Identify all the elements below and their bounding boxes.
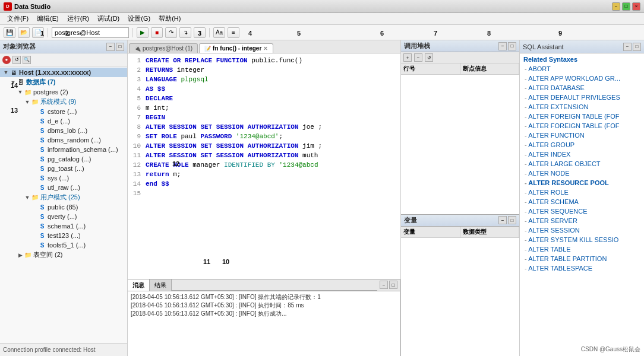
tree-qverty[interactable]: S qverty (...) [0,212,127,221]
sql-item-alter-node[interactable]: ALTER NODE [520,169,644,178]
extra-panel-min[interactable]: − [498,42,507,50]
toolbar-into-btn[interactable]: ↴ [179,27,191,38]
sql-item-alter-role[interactable]: ALTER ROLE [520,187,644,197]
toolbar-extra-1[interactable]: Aa [213,27,225,38]
tree-schema1[interactable]: S schema1 (...) [0,221,127,231]
tree-test123[interactable]: S test123 (...) [0,231,127,240]
toolbar-run-btn[interactable]: ▶ [137,27,149,38]
tree-info-schema[interactable]: S information_schema (...) [0,145,127,154]
menu-run[interactable]: 运行(R) [64,14,93,24]
tree-public[interactable]: S public (85) [0,202,127,212]
pg-toast-label: pg_toast (...) [48,165,84,172]
sys-schema-toggle[interactable]: ▼ [24,98,31,106]
tree-toolst5[interactable]: S toolst5_1 (...) [0,240,127,250]
tree-pg-catalog[interactable]: S pg_catalog (...) [0,154,127,164]
tree-search-btn[interactable]: 🔍 [23,56,31,64]
maximize-button[interactable]: □ [622,2,630,11]
sql-item-alter-schema[interactable]: ALTER SCHEMA [520,197,644,206]
sql-item-alter-table-partition[interactable]: ALTER TABLE PARTITION [520,254,644,263]
tree-sys[interactable]: S sys (...) [0,173,127,183]
de-toggle [31,117,38,125]
sql-panel-min[interactable]: − [623,43,632,51]
menu-edit[interactable]: 编辑(E) [33,14,62,24]
tree-de[interactable]: S d_e (...) [0,116,127,126]
tree-postgres[interactable]: ▼ 📁 postgres (2) [0,87,127,97]
sql-item-alter-large-obj[interactable]: ALTER LARGE OBJECT [520,159,644,169]
toolbar-step-btn[interactable]: ↷ [165,27,177,38]
tree-database[interactable]: ▼ 🗄 数据库 (7) [0,77,127,87]
menu-file[interactable]: 文件(F) [4,14,32,24]
app-title: Data Studio [14,3,50,10]
sql-item-alter-foreign-2[interactable]: ALTER FOREIGN TABLE (FOF [520,121,644,131]
sql-item-abort[interactable]: ABORT [520,64,644,74]
panel-maximize-btn[interactable]: □ [116,43,124,51]
refresh-icon[interactable]: ● [2,56,11,64]
tab-messages[interactable]: 消息 [128,279,150,291]
toolst5-icon: S [38,241,46,249]
menu-help[interactable]: 帮助(H) [155,14,184,24]
postgres-toggle[interactable]: ▼ [17,88,24,96]
sql-panel-max[interactable]: □ [633,43,641,51]
toolbar-sep-2 [132,28,133,37]
tree-utl-raw[interactable]: S utl_raw (...) [0,183,127,192]
editor-tab-bar: 🔌 postgres@Host (1) 📝 fn func() - intege… [128,40,400,53]
callstack-btn3[interactable]: ↺ [425,53,433,62]
watermark: CSDN @Gauss松鼠会 [581,345,640,354]
sql-item-alter-resource-pool[interactable]: ALTER RESOURCE POOL [520,178,644,187]
tree-tablespace[interactable]: ▶ 📁 表空间 (2) [0,250,127,260]
callstack-btn1[interactable]: + [403,53,412,62]
tree-pg-toast[interactable]: S pg_toast (...) [0,164,127,173]
qverty-icon: S [38,212,46,221]
menu-settings[interactable]: 设置(G) [124,14,154,24]
sql-item-alter-server[interactable]: ALTER SERVER [520,216,644,225]
tablespace-toggle[interactable]: ▶ [17,252,24,259]
toolbar-stop-btn[interactable]: ■ [151,27,163,38]
menu-debug[interactable]: 调试(D) [94,14,123,24]
minimize-button[interactable]: − [612,2,620,11]
de-icon: S [38,117,46,125]
tree-dbms-lob[interactable]: S dbms_lob (...) [0,126,127,135]
sql-item-alter-index[interactable]: ALTER INDEX [520,150,644,159]
sql-item-alter-default-priv[interactable]: ALTER DEFAULT PRIVILEGES [520,93,644,102]
sql-item-alter-foreign-1[interactable]: ALTER FOREIGN TABLE (FOF [520,112,644,121]
tab-fn-func[interactable]: 📝 fn func() - integer ✕ [199,43,273,53]
sql-item-alter-app[interactable]: ALTER APP WORKLOAD GR... [520,74,644,83]
extra-panel-max[interactable]: □ [508,42,516,50]
tree-refresh-btn[interactable]: ↺ [12,56,21,64]
sql-item-alter-table[interactable]: ALTER TABLE [520,244,644,254]
code-line-15: 15 [131,189,397,198]
host-toggle[interactable]: ▼ [2,69,10,76]
msg-panel-minimize[interactable]: − [380,281,388,289]
tree-user-schema[interactable]: ▼ 📁 用户模式 (25) [0,192,127,202]
sql-item-alter-database[interactable]: ALTER DATABASE [520,83,644,93]
annotation-12: 12 [172,160,179,167]
sql-item-alter-session[interactable]: ALTER SESSION [520,225,644,235]
tree-cstore[interactable]: S cstore (...) [0,107,127,116]
user-schema-toggle[interactable]: ▼ [24,194,31,201]
var-panel-max[interactable]: □ [508,216,516,224]
sql-item-alter-sequence[interactable]: ALTER SEQUENCE [520,206,644,216]
sql-item-alter-group[interactable]: ALTER GROUP [520,140,644,150]
sql-item-alter-tablespace[interactable]: ALTER TABLESPACE [520,263,644,273]
sql-item-alter-function[interactable]: ALTER FUNCTION [520,131,644,140]
tree-sys-schema[interactable]: ▼ 📁 系统模式 (9) [0,97,127,107]
connection-input[interactable] [52,27,129,38]
toolbar: 💾 📂 📄 ▶ ■ ↷ ↴ ↑ Aa ≡ [0,25,644,40]
toolbar-extra-2[interactable]: ≡ [228,27,239,38]
tab-fn-close[interactable]: ✕ [263,46,268,52]
tab-results[interactable]: 结果 [150,279,172,291]
tab-fn-label: fn func() - integer [213,45,261,52]
panel-minimize-btn[interactable]: − [106,43,115,51]
code-editor[interactable]: 1 CREATE OR REPLACE FUNCTION public.func… [128,53,400,279]
tree-dbms-random[interactable]: S dbms_random (...) [0,135,127,145]
toolbar-btn-open[interactable]: 📂 [18,27,30,38]
close-button[interactable]: × [632,2,640,11]
callstack-btn2[interactable]: − [414,53,422,62]
sql-item-alter-system-kill[interactable]: ALTER SYSTEM KILL SESSIO [520,235,644,244]
tree-host[interactable]: ▼ 🖥 Host (1.xx.xx.xx:xxxxx) [0,68,127,77]
msg-panel-maximize[interactable]: □ [389,281,397,289]
sql-item-alter-extension[interactable]: ALTER EXTENSION [520,102,644,112]
toolbar-btn-save[interactable]: 💾 [4,27,15,38]
tab-postgres-host[interactable]: 🔌 postgres@Host (1) [129,43,198,53]
var-panel-min[interactable]: − [498,216,507,224]
